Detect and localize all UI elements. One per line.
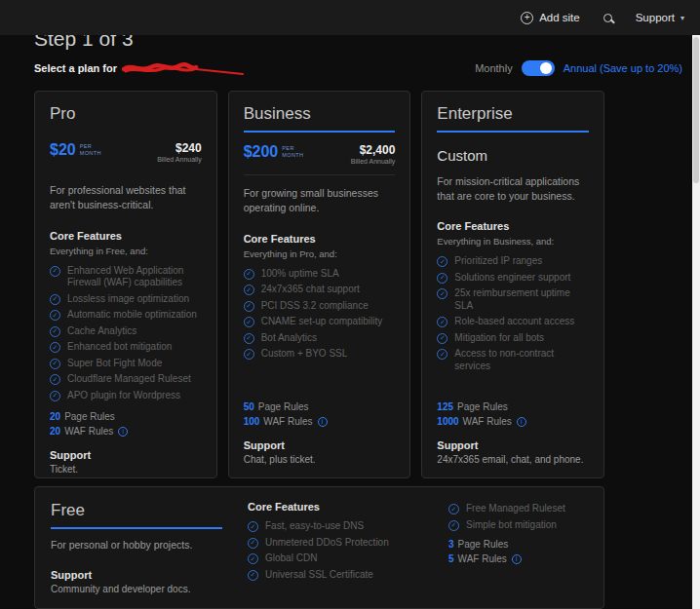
check-icon: ✓: [244, 301, 254, 312]
feature-label: CNAME set-up compatibility: [261, 316, 382, 328]
feature-item: ✓Enhanced Web Application Firewall (WAF)…: [50, 265, 202, 289]
support-menu[interactable]: Support ▾: [636, 12, 684, 23]
core-features-subheading: Everything in Pro, and:: [244, 248, 396, 259]
support-text: Community and developer docs.: [51, 584, 222, 594]
feature-label: Custom + BYO SSL: [261, 348, 348, 361]
waf-rules-label: WAF Rules: [458, 553, 507, 564]
check-icon: ✓: [50, 310, 60, 321]
page-rules-label: Page Rules: [258, 401, 309, 412]
feature-label: 25x reimbursement uptime SLA: [454, 287, 589, 312]
accent-underline: [244, 131, 396, 133]
page-rules-row: 3 Page Rules: [448, 539, 588, 550]
subheader-row: Select a plan for Monthly Annual (Save u…: [34, 58, 682, 77]
feature-item: ✓Simple bot mitigation: [448, 519, 588, 532]
feature-item: ✓CNAME set-up compatibility: [244, 316, 396, 328]
plan-title: Free: [51, 501, 222, 520]
feature-label: Automatic mobile optimization: [67, 309, 197, 322]
billed-group: $2,400 Billed Annually: [351, 144, 396, 165]
feature-list: ✓Enhanced Web Application Firewall (WAF)…: [50, 265, 202, 406]
feature-label: Cloudflare Managed Ruleset: [67, 373, 191, 386]
feature-label: APO plugin for Wordpress: [67, 390, 180, 402]
info-icon[interactable]: i: [512, 554, 522, 564]
rules-section: 50 Page Rules 100 WAF Rules i: [244, 396, 396, 431]
feature-label: Cache Analytics: [67, 325, 136, 338]
check-icon: ✓: [50, 326, 60, 337]
check-icon: ✓: [244, 317, 254, 327]
billed-amount: $240: [175, 142, 202, 155]
check-icon: ✓: [50, 342, 60, 353]
search-icon: [603, 14, 612, 22]
plan-card-pro[interactable]: Pro $20 PER MONTH $240 Billed Annually F…: [34, 91, 217, 478]
check-icon: ✓: [437, 288, 447, 299]
info-icon[interactable]: i: [517, 417, 526, 427]
add-site-button[interactable]: + Add site: [521, 12, 580, 24]
feature-item: ✓Lossless image optimization: [50, 293, 202, 306]
page-rules-row: 20 Page Rules: [50, 411, 202, 422]
plan-card-enterprise[interactable]: Enterprise Custom For mission-critical a…: [421, 91, 604, 478]
support-heading: Support: [437, 439, 589, 451]
core-features-subheading: Everything in Free, and:: [50, 246, 202, 256]
annual-label[interactable]: Annual (Save up to 20%): [564, 62, 682, 74]
month-label: MONTH: [80, 150, 101, 156]
billed-amount: $2,400: [360, 144, 396, 157]
info-icon[interactable]: i: [318, 417, 328, 427]
price-row: $200 PER MONTH $2,400 Billed Annually: [244, 144, 396, 165]
billing-toggle-group: Monthly Annual (Save up to 20%): [475, 60, 682, 76]
billing-toggle[interactable]: [522, 60, 555, 76]
feature-label: Enhanced bot mitigation: [67, 341, 172, 354]
feature-list: ✓100% uptime SLA✓24x7x365 chat support✓P…: [244, 268, 396, 364]
scrollbar[interactable]: [692, 35, 700, 609]
custom-price-label: Custom: [437, 147, 589, 164]
feature-item: ✓Cache Analytics: [50, 325, 202, 338]
check-icon: ✓: [50, 391, 60, 401]
plan-card-business[interactable]: Business $200 PER MONTH $2,400 Billed An…: [228, 91, 411, 478]
plan-card-free[interactable]: Free For personal or hobby projects. Sup…: [34, 486, 604, 609]
support-text: 24x7x365 email, chat, and phone.: [437, 454, 589, 465]
feature-label: Unmetered DDoS Protection: [265, 537, 389, 550]
support-heading: Support: [50, 449, 202, 461]
check-icon: ✓: [448, 504, 459, 514]
waf-rules-label: WAF Rules: [64, 426, 113, 437]
feature-item: ✓100% uptime SLA: [244, 268, 396, 281]
scrollbar-thumb[interactable]: [693, 37, 699, 183]
rules-section: 20 Page Rules 20 WAF Rules i: [50, 405, 202, 440]
check-icon: ✓: [437, 256, 447, 267]
free-plan-info-column: Free For personal or hobby projects. Sup…: [51, 501, 222, 594]
feature-item: ✓Cloudflare Managed Ruleset: [50, 373, 202, 386]
info-icon[interactable]: i: [118, 427, 128, 437]
support-text: Chat, plus ticket.: [244, 454, 396, 465]
check-icon: ✓: [248, 570, 258, 581]
plan-title: Enterprise: [437, 104, 589, 124]
monthly-label[interactable]: Monthly: [475, 62, 513, 74]
feature-item: ✓APO plugin for Wordpress: [50, 390, 202, 402]
page-rules-value: 3: [448, 539, 454, 550]
feature-item: ✓25x reimbursement uptime SLA: [437, 287, 589, 312]
search-button[interactable]: [603, 14, 612, 22]
chevron-down-icon: ▾: [681, 14, 684, 22]
feature-item: ✓Automatic mobile optimization: [50, 309, 202, 322]
rules-section: 125 Page Rules 1000 WAF Rules i: [437, 396, 589, 431]
per-month-label: PER MONTH: [80, 143, 101, 163]
feature-item: ✓Global CDN: [248, 552, 423, 565]
core-features-heading: Core Features: [248, 501, 423, 513]
waf-rules-row: 20 WAF Rules i: [50, 426, 202, 437]
feature-item: ✓Access to non-contract services: [437, 348, 589, 372]
waf-rules-row: 100 WAF Rules i: [244, 416, 396, 427]
page-rules-label: Page Rules: [64, 411, 115, 422]
check-icon: ✓: [244, 349, 254, 360]
per-month-label: PER MONTH: [282, 145, 303, 165]
waf-rules-label: WAF Rules: [263, 416, 312, 427]
check-icon: ✓: [244, 269, 254, 280]
core-features-subheading: Everything in Business, and:: [437, 236, 589, 247]
plan-price: $20: [50, 142, 76, 163]
feature-label: 100% uptime SLA: [261, 268, 339, 281]
page-title: Step 1 of 3: [34, 35, 134, 51]
support-heading: Support: [244, 439, 396, 451]
feature-item: ✓Bot Analytics: [244, 332, 396, 345]
check-icon: ✓: [244, 333, 254, 344]
plan-cards-row: Pro $20 PER MONTH $240 Billed Annually F…: [34, 91, 604, 478]
add-site-icon: +: [521, 12, 533, 24]
plan-title: Pro: [50, 104, 202, 124]
price-row: $20 PER MONTH $240 Billed Annually: [50, 142, 202, 163]
waf-rules-value: 1000: [437, 416, 458, 427]
